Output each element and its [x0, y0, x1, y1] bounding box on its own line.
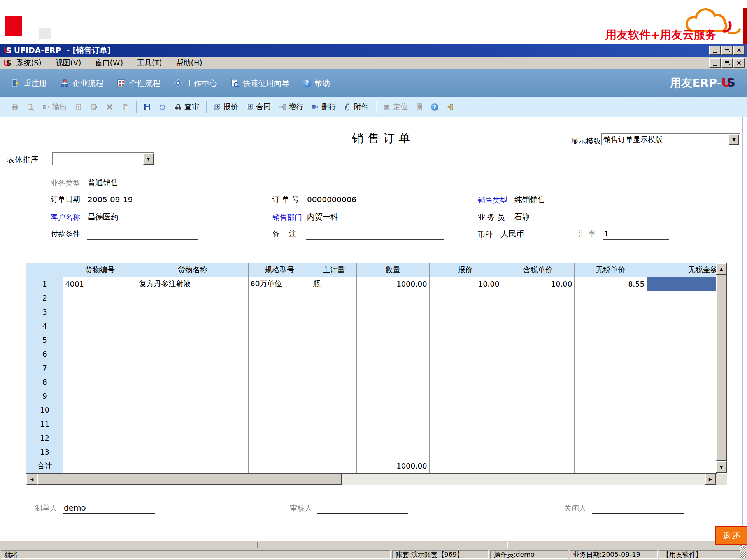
cell[interactable]	[429, 403, 502, 417]
cell[interactable]	[574, 389, 647, 403]
cell[interactable]	[137, 375, 248, 389]
order-no-input[interactable]: 0000000006	[306, 195, 444, 205]
cell[interactable]	[429, 291, 502, 305]
cell[interactable]	[429, 445, 502, 459]
return-button[interactable]: 返还	[715, 526, 747, 545]
cell[interactable]	[356, 305, 429, 319]
sales-dept-input[interactable]: 内贸一科	[306, 212, 444, 223]
cell[interactable]	[248, 431, 311, 445]
cell[interactable]	[63, 445, 137, 459]
cell[interactable]	[137, 319, 248, 333]
cell[interactable]	[311, 347, 356, 361]
cell[interactable]	[429, 389, 502, 403]
cell[interactable]	[502, 389, 574, 403]
horizontal-scrollbar[interactable]: ◀ ▶	[26, 474, 716, 485]
cell[interactable]	[574, 347, 647, 361]
customer-input[interactable]: 昌德医药	[87, 212, 198, 223]
cell[interactable]	[356, 375, 429, 389]
cell[interactable]	[248, 347, 311, 361]
cell[interactable]	[647, 445, 716, 459]
cell[interactable]: 10.00	[429, 277, 502, 291]
cell[interactable]	[647, 361, 716, 375]
menu-system[interactable]: 系统(S)	[16, 58, 42, 68]
cell[interactable]	[63, 403, 137, 417]
cell[interactable]	[137, 347, 248, 361]
menu-help[interactable]: 帮助(H)	[176, 58, 202, 68]
menu-tools[interactable]: 工具(T)	[137, 58, 162, 68]
close-button[interactable]: ×	[733, 46, 745, 55]
cell[interactable]	[311, 375, 356, 389]
context-help-button[interactable]: ?	[430, 103, 440, 112]
new-document-button[interactable]	[73, 102, 84, 112]
audit-query-button[interactable]: 查审	[173, 101, 201, 113]
cell[interactable]: 瓶	[311, 277, 356, 291]
contract-button[interactable]: 合同	[244, 101, 272, 113]
cell[interactable]	[248, 333, 311, 347]
print-preview-button[interactable]	[25, 102, 36, 112]
cell[interactable]	[311, 403, 356, 417]
cell[interactable]	[63, 319, 137, 333]
cell[interactable]	[311, 431, 356, 445]
cell[interactable]	[502, 347, 574, 361]
cell[interactable]	[574, 417, 647, 431]
cell[interactable]	[63, 375, 137, 389]
scroll-up-button[interactable]: ▲	[716, 263, 727, 275]
menu-window[interactable]: 窗口(W)	[95, 58, 123, 68]
cell[interactable]	[647, 389, 716, 403]
horizontal-scroll-thumb[interactable]	[37, 474, 342, 485]
cell[interactable]	[356, 333, 429, 347]
quick-wizard-button[interactable]: 快速使用向导	[228, 77, 292, 90]
cell[interactable]: 10.00	[502, 277, 574, 291]
body-sort-dropdown[interactable]: ▼	[52, 152, 154, 165]
cell[interactable]	[574, 291, 647, 305]
cell[interactable]	[574, 445, 647, 459]
cell[interactable]	[502, 305, 574, 319]
sale-type-input[interactable]: 纯销销售	[514, 194, 661, 206]
chevron-down-icon[interactable]: ▼	[143, 153, 154, 164]
add-row-button[interactable]: 增行	[277, 101, 305, 113]
cell[interactable]	[647, 319, 716, 333]
quote-button[interactable]: 报价	[212, 101, 240, 113]
cell[interactable]	[137, 361, 248, 375]
cell[interactable]	[356, 403, 429, 417]
work-center-button[interactable]: 工作中心	[171, 77, 219, 90]
cell[interactable]	[137, 333, 248, 347]
cell[interactable]	[574, 403, 647, 417]
cell[interactable]	[429, 431, 502, 445]
cell[interactable]	[502, 375, 574, 389]
cell[interactable]	[502, 319, 574, 333]
cell[interactable]	[647, 333, 716, 347]
cell[interactable]	[429, 375, 502, 389]
reregister-button[interactable]: 重注册	[9, 77, 49, 90]
cell[interactable]	[502, 403, 574, 417]
cell[interactable]	[574, 431, 647, 445]
cell[interactable]	[429, 305, 502, 319]
cell[interactable]	[356, 431, 429, 445]
cell[interactable]	[356, 347, 429, 361]
cell[interactable]	[356, 291, 429, 305]
template-dropdown[interactable]: 销售订单显示模版 ▼	[601, 133, 740, 146]
locate-button[interactable]: 定位	[381, 101, 409, 113]
cell[interactable]	[311, 361, 356, 375]
cell[interactable]	[647, 403, 716, 417]
cell[interactable]	[429, 361, 502, 375]
biz-type-input[interactable]: 普通销售	[87, 177, 198, 189]
cell[interactable]	[502, 445, 574, 459]
exit-button[interactable]	[445, 102, 456, 112]
cell[interactable]	[63, 291, 137, 305]
scroll-right-button[interactable]: ▶	[705, 474, 716, 485]
salesman-input[interactable]: 石静	[514, 212, 661, 223]
resize-grip[interactable]	[740, 552, 746, 558]
cell[interactable]	[137, 431, 248, 445]
export-button[interactable]: 输出	[40, 101, 68, 113]
cell[interactable]: 复方丹参注射液	[137, 277, 248, 291]
cell[interactable]	[63, 389, 137, 403]
delete-row-button[interactable]: 删行	[310, 101, 338, 113]
help-button[interactable]: ? 帮助	[300, 77, 332, 90]
copy-button[interactable]	[120, 102, 131, 112]
cell[interactable]: 8.55	[574, 277, 647, 291]
cell[interactable]	[647, 417, 716, 431]
cell[interactable]	[63, 417, 137, 431]
cell[interactable]	[574, 319, 647, 333]
selected-cell[interactable]	[647, 277, 716, 291]
